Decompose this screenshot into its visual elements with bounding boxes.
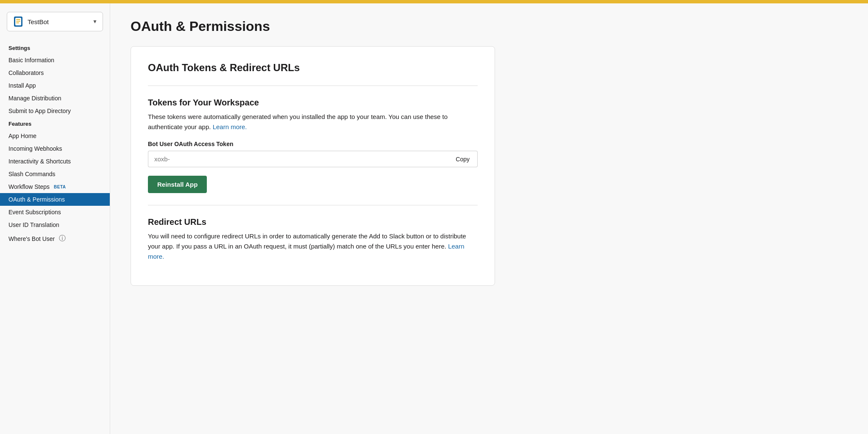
help-icon: ⓘ (59, 234, 66, 243)
chevron-down-icon: ▼ (92, 19, 97, 25)
tokens-description: These tokens were automatically generate… (148, 112, 478, 132)
redirect-urls-subsection: Redirect URLs You will need to configure… (148, 217, 478, 262)
content-card: OAuth Tokens & Redirect URLs Tokens for … (131, 46, 495, 286)
tokens-learn-more[interactable]: Learn more. (213, 123, 247, 130)
token-input-row: Copy (148, 151, 478, 167)
redirect-urls-title: Redirect URLs (148, 217, 478, 227)
app-icon (12, 16, 24, 28)
top-bar (0, 0, 868, 3)
settings-section-label: Settings (0, 41, 110, 54)
features-section-label: Features (0, 117, 110, 130)
copy-button[interactable]: Copy (448, 151, 478, 167)
svg-rect-2 (16, 19, 20, 20)
sidebar-item-collaborators[interactable]: Collaborators (0, 66, 110, 79)
reinstall-app-button[interactable]: Reinstall App (148, 176, 207, 193)
app-name: TestBot (28, 18, 89, 25)
app-selector[interactable]: TestBot ▼ (7, 12, 103, 31)
redirect-urls-description: You will need to configure redirect URLs… (148, 231, 478, 262)
page-title: OAuth & Permissions (131, 19, 848, 34)
sidebar-item-manage-distribution[interactable]: Manage Distribution (0, 92, 110, 105)
sidebar-item-submit-to-app-directory[interactable]: Submit to App Directory (0, 105, 110, 117)
oauth-tokens-section-title: OAuth Tokens & Redirect URLs (148, 62, 478, 74)
sidebar-item-oauth-permissions[interactable]: OAuth & Permissions (0, 193, 110, 206)
divider-2 (148, 205, 478, 205)
svg-rect-3 (16, 21, 20, 22)
sidebar: TestBot ▼ Settings Basic Information Col… (0, 3, 110, 434)
tokens-title: Tokens for Your Workspace (148, 98, 478, 108)
sidebar-item-install-app[interactable]: Install App (0, 79, 110, 92)
beta-badge: BETA (54, 185, 66, 189)
main-content: OAuth & Permissions OAuth Tokens & Redir… (110, 3, 868, 434)
svg-rect-4 (16, 22, 19, 23)
sidebar-item-event-subscriptions[interactable]: Event Subscriptions (0, 206, 110, 218)
tokens-subsection: Tokens for Your Workspace These tokens w… (148, 98, 478, 193)
divider-1 (148, 86, 478, 86)
sidebar-item-incoming-webhooks[interactable]: Incoming Webhooks (0, 142, 110, 155)
sidebar-item-user-id-translation[interactable]: User ID Translation (0, 218, 110, 231)
sidebar-item-basic-information[interactable]: Basic Information (0, 54, 110, 66)
token-input[interactable] (148, 151, 448, 167)
sidebar-item-wheres-bot-user[interactable]: Where's Bot User ⓘ (0, 231, 110, 246)
sidebar-item-slash-commands[interactable]: Slash Commands (0, 168, 110, 180)
token-field-label: Bot User OAuth Access Token (148, 141, 478, 147)
sidebar-item-workflow-steps[interactable]: Workflow Steps BETA (0, 180, 110, 193)
sidebar-item-interactivity-shortcuts[interactable]: Interactivity & Shortcuts (0, 155, 110, 168)
sidebar-item-app-home[interactable]: App Home (0, 130, 110, 142)
